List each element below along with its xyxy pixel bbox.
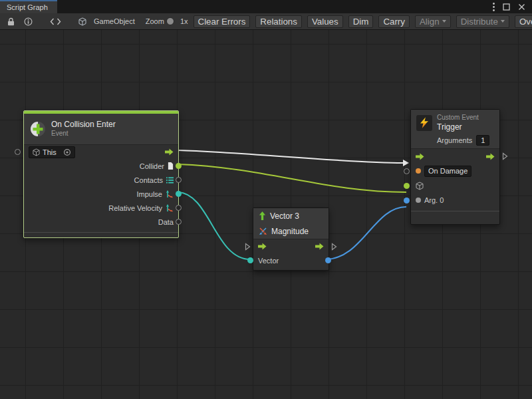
lock-icon[interactable] [5, 17, 17, 27]
tab-bar: Script Graph [0, 0, 532, 13]
gameobject-cube-icon [76, 17, 88, 27]
vector-input-row: Vector [253, 253, 329, 267]
control-output-triangle[interactable] [502, 152, 508, 160]
contacts-output-port[interactable] [176, 177, 182, 183]
target-row [411, 178, 499, 193]
control-output-triangle[interactable] [331, 243, 337, 251]
target-value: This [43, 148, 57, 156]
node-subtitle: Magnitude [271, 227, 309, 236]
vector3-arrow-icon [259, 211, 266, 220]
event-name-field[interactable]: On Damage [424, 166, 471, 177]
data-output-port[interactable] [176, 219, 182, 225]
maximize-icon[interactable] [503, 3, 510, 11]
wire-control-arrowhead [403, 160, 409, 166]
close-icon[interactable] [518, 3, 525, 11]
wire-control-flow[interactable] [178, 150, 403, 163]
control-input-triangle[interactable] [245, 243, 251, 251]
node-footer [411, 211, 499, 217]
control-output-arrow-icon[interactable] [486, 153, 495, 160]
node-header[interactable]: Vector 3 Magnitude [253, 208, 329, 239]
arg0-input-port[interactable] [404, 198, 410, 203]
arguments-count-field[interactable]: 1 [476, 135, 489, 146]
target-input-port[interactable] [15, 149, 21, 155]
carry-button[interactable]: Carry [378, 15, 410, 28]
control-output-arrow-icon[interactable] [165, 148, 174, 156]
node-footer [24, 232, 178, 238]
port-label: Collider [140, 162, 164, 170]
wire-collider-to-target[interactable] [178, 164, 406, 192]
graph-toolbar: GameObject Zoom 1x Clear Errors Relation… [0, 13, 532, 30]
target-input-port[interactable] [404, 183, 410, 189]
node-kind: Custom Event [437, 114, 479, 122]
vector-axes-icon [166, 204, 174, 212]
relative-velocity-output-port[interactable] [176, 205, 182, 211]
output-row-data: Data [24, 215, 178, 229]
arguments-label: Arguments [437, 136, 472, 144]
magnitude-arrows-icon [259, 227, 267, 235]
script-graph-window: Script Graph GameObject [0, 0, 532, 399]
node-title: Vector 3 [270, 211, 299, 221]
port-label: Contacts [134, 176, 163, 184]
graph-canvas[interactable]: On Collision Enter Event This [0, 30, 532, 399]
zoom-label: Zoom [146, 17, 164, 25]
port-label: Arg. 0 [424, 196, 444, 204]
control-flow-row [253, 239, 329, 253]
port-label: Relative Velocity [108, 204, 162, 212]
port-label: Data [158, 218, 174, 226]
output-row-relative-velocity: Relative Velocity [24, 201, 178, 215]
control-input-arrow-icon[interactable] [416, 153, 424, 160]
dim-button[interactable]: Dim [348, 15, 374, 28]
values-button[interactable]: Values [307, 15, 343, 28]
cube-icon [33, 148, 40, 156]
clear-errors-button[interactable]: Clear Errors [194, 15, 251, 28]
event-name-value: On Damage [428, 167, 467, 175]
output-row-collider: Collider [24, 159, 178, 173]
node-title: Trigger [437, 122, 479, 132]
string-port-dot [416, 168, 421, 174]
output-row-impulse: Impulse [24, 187, 178, 201]
tab-label: Script Graph [7, 3, 48, 11]
node-subtitle: Event [51, 130, 116, 138]
code-icon[interactable] [48, 17, 63, 26]
target-picker-icon[interactable] [63, 148, 71, 156]
port-label: Impulse [136, 190, 162, 198]
value-port-dot [416, 198, 421, 203]
node-header[interactable]: On Collision Enter Event [24, 114, 178, 145]
zoom-slider-handle[interactable] [166, 17, 174, 25]
event-name-row: On Damage [411, 164, 499, 178]
gameobject-label: GameObject [94, 17, 135, 25]
node-vector3-magnitude[interactable]: Vector 3 Magnitude [253, 207, 329, 271]
align-dropdown[interactable]: Align [415, 15, 451, 28]
wire-magnitude-to-arg0[interactable] [325, 207, 406, 259]
cube-icon [416, 182, 424, 190]
control-input-arrow-icon[interactable] [258, 243, 267, 250]
tab-script-graph[interactable]: Script Graph [0, 0, 57, 13]
relations-button[interactable]: Relations [255, 15, 302, 28]
impulse-output-port[interactable] [176, 191, 182, 197]
target-row: This [24, 145, 178, 159]
output-row-contacts: Contacts [24, 173, 178, 187]
node-title: On Collision Enter [51, 120, 116, 130]
arg0-row: Arg. 0 [411, 193, 499, 207]
vector-input-port[interactable] [247, 257, 253, 263]
magnitude-output-port[interactable] [325, 257, 331, 263]
chevron-down-icon [442, 20, 446, 23]
overview-button[interactable]: Overv [515, 15, 532, 28]
node-header[interactable]: Custom Event Trigger Arguments 1 [411, 110, 499, 149]
lightning-icon [416, 115, 432, 131]
distribute-dropdown[interactable]: Distribute [456, 15, 509, 28]
target-field[interactable]: This [29, 146, 75, 158]
control-output-arrow-icon[interactable] [315, 243, 324, 250]
window-controls [493, 0, 532, 13]
node-on-collision-enter[interactable]: On Collision Enter Event This [23, 110, 179, 238]
document-icon [168, 162, 174, 170]
wire-impulse-to-vector[interactable] [178, 192, 250, 259]
event-plus-icon [29, 120, 47, 138]
port-label: Vector [258, 257, 279, 265]
collider-output-port[interactable] [176, 163, 182, 169]
node-custom-event-trigger[interactable]: Custom Event Trigger Arguments 1 [410, 109, 500, 225]
event-name-input-port[interactable] [404, 168, 410, 174]
menu-dots-icon[interactable] [493, 3, 495, 11]
info-icon[interactable] [22, 17, 35, 27]
zoom-value: 1x [180, 17, 188, 25]
